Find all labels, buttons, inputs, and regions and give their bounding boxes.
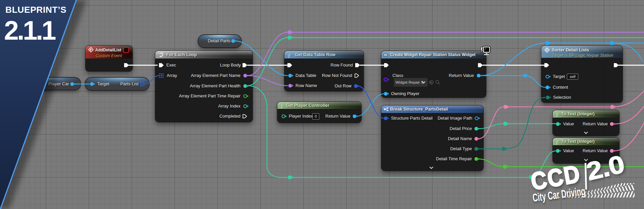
svg-text:2.1.1: 2.1.1: [4, 15, 56, 45]
svg-text:BLUEPRINT’S: BLUEPRINT’S: [5, 5, 66, 15]
